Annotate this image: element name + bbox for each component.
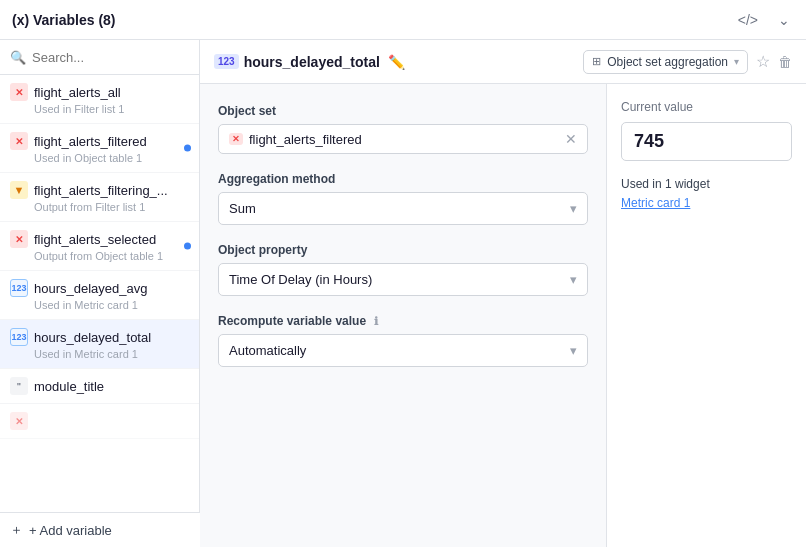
object-property-label: Object property [218, 243, 588, 257]
variable-icon: 123 [10, 328, 28, 346]
variable-icon: ✕ [10, 132, 28, 150]
select-arrow-icon: ▾ [570, 201, 577, 216]
variable-name: flight_alerts_filtering_... [34, 183, 189, 198]
variable-name: flight_alerts_filtered [34, 134, 189, 149]
sidebar-item-flight-alerts-filtering[interactable]: ▼ flight_alerts_filtering_... Output fro… [0, 173, 199, 222]
object-set-field-group: Object set ✕ flight_alerts_filtered ✕ [218, 104, 588, 154]
variable-name: hours_delayed_total [34, 330, 189, 345]
content-area: 123 hours_delayed_total ✏️ ⊞ Object set … [200, 40, 806, 547]
sidebar: 🔍 All ▾ ✕ flight_alerts_all Used in Filt… [0, 40, 200, 547]
variable-usage: Used in Filter list 1 [10, 103, 189, 115]
current-value-section: Current value 745 [621, 100, 792, 161]
select-arrow-icon: ▾ [570, 343, 577, 358]
variable-usage: Output from Filter list 1 [10, 201, 189, 213]
aggregation-method-label: Aggregation method [218, 172, 588, 186]
select-arrow-icon: ▾ [570, 272, 577, 287]
current-value-label: Current value [621, 100, 792, 114]
plus-icon: ＋ [10, 521, 23, 539]
variable-display-name: hours_delayed_total [244, 54, 380, 70]
info-icon: ℹ [374, 315, 378, 328]
variable-icon: ▼ [10, 181, 28, 199]
add-variable-label: + Add variable [29, 523, 112, 538]
search-icon: 🔍 [10, 50, 26, 65]
aggregation-method-select[interactable]: Sum ▾ [218, 192, 588, 225]
object-property-value: Time Of Delay (in Hours) [229, 272, 372, 287]
delete-variable-button[interactable]: 🗑 [778, 54, 792, 70]
object-property-field-group: Object property Time Of Delay (in Hours)… [218, 243, 588, 296]
clear-object-set-button[interactable]: ✕ [565, 131, 577, 147]
search-input[interactable] [32, 50, 200, 65]
search-bar: 🔍 All ▾ [0, 40, 199, 75]
object-property-select[interactable]: Time Of Delay (in Hours) ▾ [218, 263, 588, 296]
code-view-button[interactable]: </> [734, 10, 762, 30]
widget-link[interactable]: Metric card 1 [621, 196, 690, 210]
active-dot [184, 145, 191, 152]
recompute-field-group: Recompute variable value ℹ Automatically… [218, 314, 588, 367]
edit-name-icon[interactable]: ✏️ [388, 54, 405, 70]
favorite-button[interactable]: ☆ [756, 52, 770, 71]
top-bar-left: (x) Variables (8) [12, 12, 116, 28]
config-panel: Object set ✕ flight_alerts_filtered ✕ Ag… [200, 84, 606, 547]
variable-name: hours_delayed_avg [34, 281, 189, 296]
variable-type-icon: 123 [214, 54, 239, 69]
variable-usage: Used in Object table 1 [10, 152, 189, 164]
active-dot [184, 243, 191, 250]
object-set-label: Object set [218, 104, 588, 118]
aggregation-method-field-group: Aggregation method Sum ▾ [218, 172, 588, 225]
variable-icon: ✕ [10, 230, 28, 248]
variable-name-badge: 123 hours_delayed_total [214, 54, 380, 70]
variable-name: flight_alerts_selected [34, 232, 189, 247]
sidebar-item-flight-alerts-all[interactable]: ✕ flight_alerts_all Used in Filter list … [0, 75, 199, 124]
aggregation-type-icon: ⊞ [592, 55, 601, 68]
info-panel: Current value 745 Used in 1 widget Metri… [606, 84, 806, 547]
variable-name: module_title [34, 379, 189, 394]
object-set-field: ✕ flight_alerts_filtered ✕ [218, 124, 588, 154]
aggregation-type-label: Object set aggregation [607, 55, 728, 69]
top-bar: (x) Variables (8) </> ⌄ [0, 0, 806, 40]
variable-name: flight_alerts_all [34, 85, 189, 100]
main-layout: 🔍 All ▾ ✕ flight_alerts_all Used in Filt… [0, 40, 806, 547]
sidebar-item-hours-delayed-total[interactable]: 123 hours_delayed_total Used in Metric c… [0, 320, 199, 369]
variables-title: (x) Variables (8) [12, 12, 116, 28]
recompute-value: Automatically [229, 343, 306, 358]
variable-usage: Output from Object table 1 [10, 250, 189, 262]
variable-list: ✕ flight_alerts_all Used in Filter list … [0, 75, 199, 547]
used-in-section: Used in 1 widget Metric card 1 [621, 177, 792, 210]
sidebar-item-hours-delayed-avg[interactable]: 123 hours_delayed_avg Used in Metric car… [0, 271, 199, 320]
split-panels: Object set ✕ flight_alerts_filtered ✕ Ag… [200, 84, 806, 547]
object-set-icon: ✕ [229, 133, 243, 145]
aggregation-type-button[interactable]: ⊞ Object set aggregation ▾ [583, 50, 748, 74]
sidebar-item-flight-alerts-filtered[interactable]: ✕ flight_alerts_filtered Used in Object … [0, 124, 199, 173]
variable-icon: ✕ [10, 83, 28, 101]
variable-icon: 123 [10, 279, 28, 297]
sidebar-item-partial[interactable]: ✕ [0, 404, 199, 439]
aggregation-method-value: Sum [229, 201, 256, 216]
add-variable-button[interactable]: ＋ + Add variable [0, 512, 200, 547]
variable-header: 123 hours_delayed_total ✏️ ⊞ Object set … [200, 40, 806, 84]
used-in-label: Used in 1 widget [621, 177, 792, 191]
recompute-label: Recompute variable value ℹ [218, 314, 588, 328]
sidebar-item-module-title[interactable]: " module_title [0, 369, 199, 404]
variable-icon: ✕ [10, 412, 28, 430]
sidebar-item-flight-alerts-selected[interactable]: ✕ flight_alerts_selected Output from Obj… [0, 222, 199, 271]
current-value-display: 745 [621, 122, 792, 161]
recompute-select[interactable]: Automatically ▾ [218, 334, 588, 367]
variable-usage: Used in Metric card 1 [10, 348, 189, 360]
top-bar-right: </> ⌄ [734, 10, 794, 30]
variable-usage: Used in Metric card 1 [10, 299, 189, 311]
expand-button[interactable]: ⌄ [774, 10, 794, 30]
chevron-down-icon: ▾ [734, 56, 739, 67]
object-set-value: flight_alerts_filtered [249, 132, 559, 147]
variable-icon: " [10, 377, 28, 395]
